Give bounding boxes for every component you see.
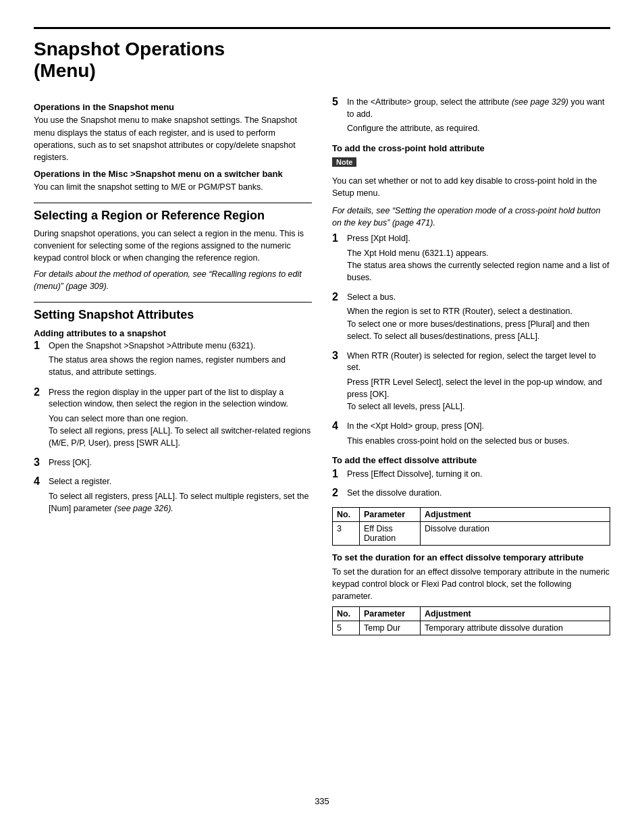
step-2-content: Press the region display in the upper pa…: [49, 387, 312, 452]
step-1-main: Open the Snapshot >Snapshot >Attribute m…: [49, 340, 312, 352]
xpt-step-4-content: In the <Xpt Hold> group, press [ON]. Thi…: [347, 421, 610, 450]
step-2-main: Press the region display in the upper pa…: [49, 387, 312, 411]
temp-heading: To set the duration for an effect dissol…: [332, 552, 610, 562]
step-4-main: Select a register.: [49, 476, 312, 488]
step-3-content: Press [OK].: [49, 457, 312, 471]
setting-attributes-heading: Setting Snapshot Attributes: [34, 308, 312, 323]
step-3-num: 3: [34, 456, 49, 469]
xpt-step-1-content: Press [Xpt Hold]. The Xpt Hold menu (632…: [347, 233, 610, 286]
table2-col-param: Parameter: [360, 607, 421, 621]
step-4-sub: To select all registers, press [ALL]. To…: [49, 490, 312, 515]
xpt-step-4-main: In the <Xpt Hold> group, press [ON].: [347, 421, 610, 433]
xpt-step-2-content: Select a bus. When the region is set to …: [347, 292, 610, 345]
xpt-step-4-num: 4: [332, 420, 347, 432]
effect-dissolve-heading: To add the effect dissolve attribute: [332, 455, 610, 465]
step-1-content: Open the Snapshot >Snapshot >Attribute m…: [49, 340, 312, 382]
page-number: 335: [34, 796, 610, 806]
snapshot-menu-para1: You use the Snapshot menu to make snapsh…: [34, 114, 312, 163]
rule-1: [34, 203, 312, 203]
step-5-sub: Configure the attribute, as required.: [347, 122, 610, 134]
selecting-region-italic: For details about the method of operatio…: [34, 268, 312, 292]
selecting-region-heading: Selecting a Region or Reference Region: [34, 209, 312, 224]
selecting-region-section: Selecting a Region or Reference Region D…: [34, 209, 312, 292]
xpt-step-3-num: 3: [332, 350, 347, 362]
top-rule: [34, 27, 610, 29]
ed-step-1: 1 Press [Effect Dissolve], turning it on…: [332, 469, 610, 483]
setting-attributes-section: Setting Snapshot Attributes Adding attri…: [34, 308, 312, 517]
table-row: 3 Eff DissDuration Dissolve duration: [333, 521, 610, 545]
xpt-hold-heading: To add the cross-point hold attribute: [332, 143, 610, 153]
t2-row1-no: 5: [333, 621, 360, 635]
step-3-main: Press [OK].: [49, 457, 312, 469]
xpt-step-4-sub: This enables cross-point hold on the sel…: [347, 435, 610, 447]
xpt-step-2-num: 2: [332, 291, 347, 303]
xpt-step-2: 2 Select a bus. When the region is set t…: [332, 292, 610, 345]
dissolve-table-2: No. Parameter Adjustment 5 Temp Dur Temp…: [332, 606, 610, 635]
misc-menu-heading: Operations in the Misc >Snapshot menu on…: [34, 169, 312, 179]
ed-step-2: 2 Set the dissolve duration.: [332, 488, 610, 502]
step-5: 5 In the <Attribute> group, select the a…: [332, 97, 610, 137]
step-2-sub: You can select more than one region.To s…: [49, 413, 312, 449]
table2-col-adj: Adjustment: [421, 607, 610, 621]
xpt-step-2-main: Select a bus.: [347, 292, 610, 304]
xpt-italic: For details, see “Setting the operation …: [332, 205, 610, 229]
step-5-main: In the <Attribute> group, select the att…: [347, 97, 610, 120]
right-column: 5 In the <Attribute> group, select the a…: [332, 97, 610, 783]
step-3: 3 Press [OK].: [34, 457, 312, 471]
step-5-num: 5: [332, 96, 347, 108]
dissolve-table-1: No. Parameter Adjustment 3 Eff DissDurat…: [332, 507, 610, 546]
xpt-step-3-sub: Press [RTR Level Select], select the lev…: [347, 376, 610, 413]
xpt-step-4: 4 In the <Xpt Hold> group, press [ON]. T…: [332, 421, 610, 450]
misc-menu-para: You can limit the snapshot setting to M/…: [34, 181, 312, 193]
t1-row1-no: 3: [333, 521, 360, 545]
step-4-content: Select a register. To select all registe…: [49, 476, 312, 517]
ed-step-1-content: Press [Effect Dissolve], turning it on.: [347, 469, 610, 483]
step-1: 1 Open the Snapshot >Snapshot >Attribute…: [34, 340, 312, 382]
t2-row1-adj: Temporary attribute dissolve duration: [421, 621, 610, 635]
ed-step-2-content: Set the dissolve duration.: [347, 488, 610, 502]
step-4-num: 4: [34, 475, 49, 488]
t1-row1-adj: Dissolve duration: [421, 521, 610, 545]
xpt-step-3-main: When RTR (Router) is selected for region…: [347, 350, 610, 374]
adding-attributes-heading: Adding attributes to a snapshot: [34, 328, 312, 338]
two-column-layout: Operations in the Snapshot menu You use …: [34, 97, 610, 783]
ed-step-2-num: 2: [332, 487, 347, 499]
table1-col-param: Parameter: [360, 507, 421, 521]
step-2: 2 Press the region display in the upper …: [34, 387, 312, 452]
title-line2: (Menu): [34, 60, 96, 81]
title-line1: Snapshot Operations: [34, 38, 225, 59]
step-1-sub: The status area shows the region names, …: [49, 354, 312, 378]
table-row: 5 Temp Dur Temporary attribute dissolve …: [333, 621, 610, 635]
snapshot-menu-section: Operations in the Snapshot menu You use …: [34, 102, 312, 193]
step-4: 4 Select a register. To select all regis…: [34, 476, 312, 517]
xpt-step-1-sub: The Xpt Hold menu (6321.1) appears.The s…: [347, 247, 610, 284]
table1-col-no: No.: [333, 507, 360, 521]
ed-step-1-main: Press [Effect Dissolve], turning it on.: [347, 469, 610, 481]
left-column: Operations in the Snapshot menu You use …: [34, 97, 312, 783]
page-title: Snapshot Operations (Menu): [34, 38, 610, 82]
temp-para: To set the duration for an effect dissol…: [332, 566, 610, 602]
xpt-step-2-sub: When the region is set to RTR (Router), …: [347, 305, 610, 342]
t2-row1-param: Temp Dur: [360, 621, 421, 635]
xpt-step-3: 3 When RTR (Router) is selected for regi…: [332, 350, 610, 415]
xpt-step-1-main: Press [Xpt Hold].: [347, 233, 610, 245]
t1-row1-param: Eff DissDuration: [360, 521, 421, 545]
page: Snapshot Operations (Menu) Operations in…: [0, 0, 644, 840]
step-5-content: In the <Attribute> group, select the att…: [347, 97, 610, 137]
xpt-step-1: 1 Press [Xpt Hold]. The Xpt Hold menu (6…: [332, 233, 610, 286]
note-text: You can set whether or not to add key di…: [332, 175, 610, 199]
step-1-num: 1: [34, 340, 49, 352]
xpt-step-1-num: 1: [332, 232, 347, 244]
xpt-hold-section: To add the cross-point hold attribute No…: [332, 143, 610, 450]
ed-step-1-num: 1: [332, 468, 347, 480]
rule-2: [34, 302, 312, 303]
xpt-step-3-content: When RTR (Router) is selected for region…: [347, 350, 610, 415]
effect-dissolve-section: To add the effect dissolve attribute 1 P…: [332, 455, 610, 635]
note-label: Note: [332, 157, 356, 167]
table1-col-adj: Adjustment: [421, 507, 610, 521]
selecting-region-para: During snapshot operations, you can sele…: [34, 228, 312, 264]
snapshot-menu-heading: Operations in the Snapshot menu: [34, 102, 312, 112]
step-2-num: 2: [34, 386, 49, 398]
ed-step-2-main: Set the dissolve duration.: [347, 488, 610, 500]
table2-col-no: No.: [333, 607, 360, 621]
